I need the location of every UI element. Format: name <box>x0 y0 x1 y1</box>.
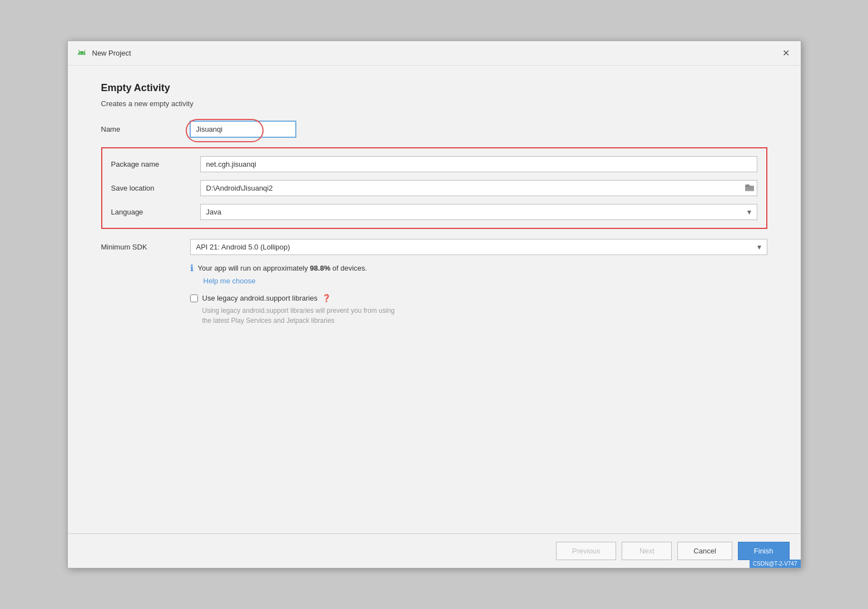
help-question-icon[interactable]: ❓ <box>322 294 331 302</box>
finish-button[interactable]: Finish <box>738 542 790 560</box>
devices-info-line: ℹ Your app will run on approximately 98.… <box>190 263 767 273</box>
language-row: Language Java Kotlin ▼ <box>111 204 757 220</box>
cancel-button[interactable]: Cancel <box>677 542 732 560</box>
min-sdk-select-wrapper: API 21: Android 5.0 (Lollipop) API 22: A… <box>190 239 767 255</box>
name-input[interactable] <box>190 121 296 137</box>
info-section: ℹ Your app will run on approximately 98.… <box>190 263 767 285</box>
android-logo-icon <box>76 47 88 59</box>
package-name-input[interactable] <box>200 156 757 172</box>
name-input-wrapper <box>190 121 767 137</box>
new-project-dialog: New Project ✕ Empty Activity Creates a n… <box>67 41 801 568</box>
language-select[interactable]: Java Kotlin <box>200 204 757 220</box>
language-select-wrapper: Java Kotlin ▼ <box>200 204 757 220</box>
legacy-description: Using legacy android.support libraries w… <box>202 306 767 326</box>
highlighted-fields-box: Package name Save location <box>101 147 767 229</box>
language-label: Language <box>111 208 200 216</box>
package-name-label: Package name <box>111 160 200 168</box>
dialog-content: Empty Activity Creates a new empty activ… <box>68 66 801 533</box>
save-location-row: Save location <box>111 180 757 196</box>
dialog-title: New Project <box>92 49 131 57</box>
title-bar-left: New Project <box>76 47 131 59</box>
legacy-checkbox-row: Use legacy android.support libraries ❓ <box>190 294 767 302</box>
min-sdk-select[interactable]: API 21: Android 5.0 (Lollipop) API 22: A… <box>190 239 767 255</box>
min-sdk-row: Minimum SDK API 21: Android 5.0 (Lollipo… <box>101 239 767 255</box>
checkbox-section: Use legacy android.support libraries ❓ U… <box>190 294 767 326</box>
save-location-label: Save location <box>111 184 200 192</box>
info-circle-icon: ℹ <box>190 263 194 273</box>
dialog-footer: Previous Next Cancel Finish <box>68 533 801 568</box>
activity-subtitle: Creates a new empty activity <box>101 99 767 108</box>
help-me-choose-link[interactable]: Help me choose <box>204 277 256 285</box>
devices-info-text: Your app will run on approximately 98.8%… <box>198 264 368 272</box>
name-row: Name <box>101 121 767 137</box>
min-sdk-label: Minimum SDK <box>101 243 190 251</box>
watermark-text: CSDN@T-2-V747 <box>750 560 801 568</box>
package-name-row: Package name <box>111 156 757 172</box>
save-location-input[interactable] <box>200 180 757 196</box>
name-label: Name <box>101 125 190 133</box>
activity-title: Empty Activity <box>101 82 767 94</box>
save-location-input-wrapper <box>200 180 757 196</box>
legacy-checkbox-label: Use legacy android.support libraries <box>202 294 318 302</box>
browse-folder-button[interactable] <box>745 183 754 193</box>
legacy-checkbox[interactable] <box>190 294 198 302</box>
next-button[interactable]: Next <box>622 542 672 560</box>
title-bar: New Project ✕ <box>68 41 801 66</box>
previous-button[interactable]: Previous <box>556 542 617 560</box>
close-button[interactable]: ✕ <box>779 47 793 59</box>
